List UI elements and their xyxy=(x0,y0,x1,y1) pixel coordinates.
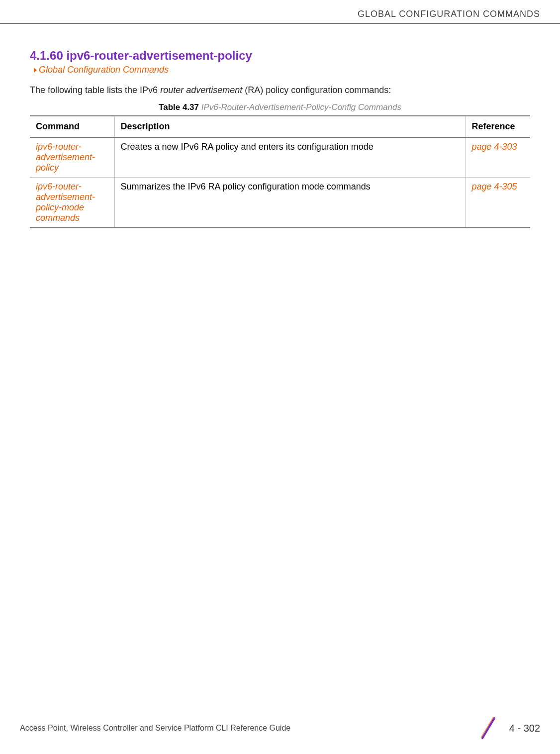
th-reference: Reference xyxy=(466,116,530,137)
table-caption-title: IPv6-Router-Advertisement-Policy-Config … xyxy=(201,102,401,112)
cell-reference: page 4-305 xyxy=(466,178,530,228)
page-footer: Access Point, Wireless Controller and Se… xyxy=(0,716,560,740)
intro-italic: router advertisement xyxy=(160,85,242,95)
intro-suffix: (RA) policy configuration commands: xyxy=(242,85,391,95)
content-area: 4.1.60 ipv6-router-advertisement-policy … xyxy=(0,24,560,228)
section-heading: 4.1.60 ipv6-router-advertisement-policy xyxy=(30,49,530,63)
command-link[interactable]: ipv6-router-advertisement-policy xyxy=(36,142,95,173)
cell-command: ipv6-router-advertisement-policy-mode co… xyxy=(30,178,114,228)
table-header-row: Command Description Reference xyxy=(30,116,530,137)
footer-guide-title: Access Point, Wireless Controller and Se… xyxy=(20,724,290,733)
brand-slash-icon xyxy=(476,716,500,740)
svg-line-1 xyxy=(481,717,493,737)
commands-table: Command Description Reference ipv6-route… xyxy=(30,115,530,228)
intro-paragraph: The following table lists the IPv6 route… xyxy=(30,85,530,95)
table-caption: Table 4.37 IPv6-Router-Advertisement-Pol… xyxy=(30,102,530,112)
command-link[interactable]: ipv6-router-advertisement-policy-mode co… xyxy=(36,182,95,223)
svg-line-0 xyxy=(482,718,494,738)
breadcrumb-link[interactable]: Global Configuration Commands xyxy=(39,65,169,75)
page-header: GLOBAL CONFIGURATION COMMANDS xyxy=(0,0,560,24)
table-row: ipv6-router-advertisement-policy-mode co… xyxy=(30,178,530,228)
page-number: 4 - 302 xyxy=(509,723,540,734)
table-caption-label: Table 4.37 xyxy=(159,102,199,112)
footer-right: 4 - 302 xyxy=(476,716,540,740)
reference-link[interactable]: page 4-305 xyxy=(472,182,517,191)
th-description: Description xyxy=(114,116,466,137)
cell-reference: page 4-303 xyxy=(466,137,530,178)
cell-description: Summarizes the IPv6 RA policy configurat… xyxy=(114,178,466,228)
breadcrumb: Global Configuration Commands xyxy=(34,65,530,75)
th-command: Command xyxy=(30,116,114,137)
table-row: ipv6-router-advertisement-policy Creates… xyxy=(30,137,530,178)
cell-description: Creates a new IPv6 RA policy and enters … xyxy=(114,137,466,178)
section-title: ipv6-router-advertisement-policy xyxy=(66,49,252,62)
page-header-title: GLOBAL CONFIGURATION COMMANDS xyxy=(358,9,540,19)
reference-link[interactable]: page 4-303 xyxy=(472,142,517,152)
intro-prefix: The following table lists the IPv6 xyxy=(30,85,160,95)
cell-command: ipv6-router-advertisement-policy xyxy=(30,137,114,178)
arrow-right-icon xyxy=(34,68,37,73)
section-number: 4.1.60 xyxy=(30,49,63,62)
